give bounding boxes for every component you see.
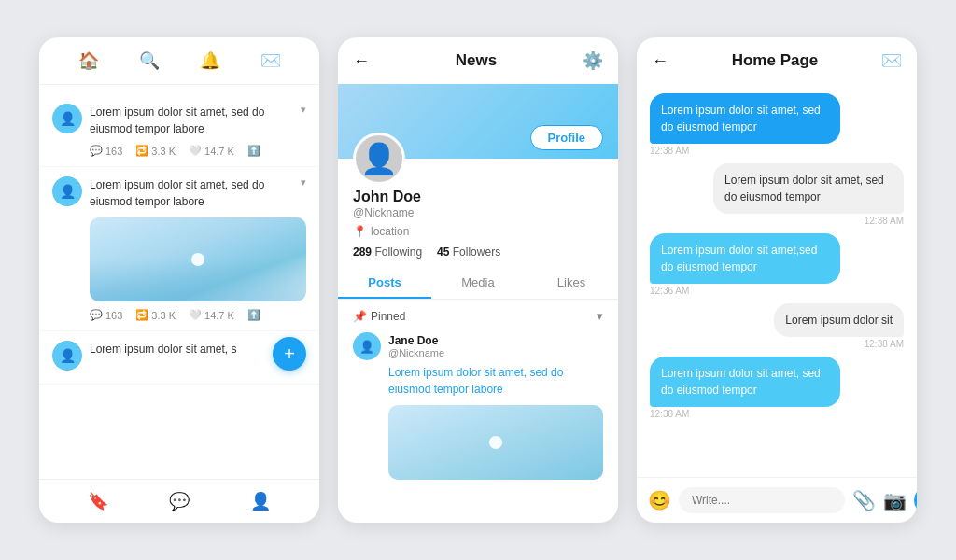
message-bubble-sent2: Lorem ipsum dolor sit amet, sed do eiusm… <box>650 357 840 407</box>
share-action[interactable]: ⬆️ <box>247 309 260 321</box>
post-actions: 💬 163 🔁 3.3 K 🤍 14.7 K ⬆️ <box>90 145 306 157</box>
tab-media[interactable]: Media <box>431 268 525 299</box>
image-dot <box>489 436 502 449</box>
message-group: Lorem ipsum dolor sit amet, sed do eiusm… <box>650 163 904 226</box>
chat-icon[interactable]: 💬 <box>169 491 190 511</box>
bottom-nav: 🔖 💬 👤 <box>39 479 319 523</box>
settings-icon[interactable]: ⚙️ <box>583 50 603 71</box>
post-author-name: Jane Doe <box>388 334 444 347</box>
feed-post-last: 👤 Lorem ipsum dolor sit amet, s + <box>39 331 319 385</box>
profile-nickname: @Nickname <box>353 206 603 219</box>
feed-list: 👤 Lorem ipsum dolor sit amet, sed do eiu… <box>39 85 319 479</box>
avatar: 👤 <box>52 176 82 206</box>
messages-screen: ← Home Page ✉️ Lorem ipsum dolor sit ame… <box>637 37 917 523</box>
message-timestamp: 12:38 AM <box>650 409 904 419</box>
post-meta: Jane Doe @Nickname <box>388 334 444 358</box>
profile-tabs: Posts Media Likes <box>338 268 618 300</box>
mail-icon[interactable]: ✉️ <box>260 50 281 71</box>
message-bubble-received: Lorem ipsum dolor sit amet, sed do eiusm… <box>713 163 904 214</box>
search-icon[interactable]: 🔍 <box>139 50 160 71</box>
pinned-post-image <box>388 405 603 480</box>
pinned-label: 📌 Pinned <box>353 310 405 323</box>
feed-post-image: 👤 Lorem ipsum dolor sit amet, sed do eiu… <box>39 167 319 331</box>
profile-section: 👤 Profile John Doe @Nickname 📍 location … <box>338 159 618 259</box>
avatar: 👤 <box>52 104 82 133</box>
retweet-action[interactable]: 🔁 3.3 K <box>135 309 176 321</box>
profile-screen: ← News ⚙️ 👤 Profile John Doe @Nickname 📍… <box>338 37 618 523</box>
message-group: Lorem ipsum dolor sit 12:38 AM <box>650 303 904 349</box>
message-group: Lorem ipsum dolor sit amet, sed do eiusm… <box>650 93 904 156</box>
post-avatar: 👤 <box>353 332 381 360</box>
message-timestamp: 12:38 AM <box>650 146 904 156</box>
home-icon[interactable]: 🏠 <box>78 50 99 71</box>
news-header: ← News ⚙️ <box>338 37 618 84</box>
message-timestamp: 12:38 AM <box>650 216 904 226</box>
image-dot <box>191 253 204 266</box>
fab-button[interactable]: + <box>273 337 306 371</box>
top-nav: 🏠 🔍 🔔 ✉️ <box>39 37 319 85</box>
bell-icon[interactable]: 🔔 <box>200 50 220 71</box>
homepage-title: Home Page <box>732 51 819 70</box>
mic-button[interactable]: 🎤 <box>914 485 917 515</box>
messages-list: Lorem ipsum dolor sit amet, sed do eiusm… <box>637 84 917 477</box>
feed-screen: 🏠 🔍 🔔 ✉️ 👤 Lorem ipsum dolor sit amet, s… <box>39 37 319 523</box>
avatar-icon: 👤 <box>360 141 398 176</box>
back-button[interactable]: ← <box>353 51 370 71</box>
mail-icon[interactable]: ✉️ <box>881 50 902 71</box>
pinned-row: 📌 Pinned ▾ <box>338 300 618 329</box>
followers-stat[interactable]: 45 Followers <box>437 245 500 259</box>
post-text: Lorem ipsum dolor sit amet, sed do eiusm… <box>90 104 293 137</box>
feed-post: 👤 Lorem ipsum dolor sit amet, sed do eiu… <box>39 94 319 167</box>
attach-icon[interactable]: 📎 <box>852 489 876 511</box>
back-button[interactable]: ← <box>652 51 668 71</box>
message-bubble-sent: Lorem ipsum dolor sit amet, sed do eiusm… <box>650 93 840 144</box>
profile-button[interactable]: Profile <box>530 125 603 150</box>
profile-location: 📍 location <box>353 225 603 238</box>
chevron-down-icon: ▾ <box>301 176 306 189</box>
profile-name: John Doe <box>353 189 603 205</box>
messages-header: ← Home Page ✉️ <box>637 37 917 84</box>
message-group: Lorem ipsum dolor sit amet, sed do eiusm… <box>650 357 904 419</box>
avatar: 👤 <box>52 341 82 371</box>
following-stat[interactable]: 289 Following <box>353 245 422 259</box>
camera-icon[interactable]: 📷 <box>883 489 907 511</box>
post-actions: 💬 163 🔁 3.3 K 🤍 14.7 K ⬆️ <box>90 309 306 321</box>
pinned-chevron-icon[interactable]: ▾ <box>597 309 603 323</box>
emoji-icon[interactable]: 😊 <box>648 489 671 511</box>
comment-action[interactable]: 💬 163 <box>90 309 122 321</box>
like-action[interactable]: 🤍 14.7 K <box>189 145 234 157</box>
location-pin-icon: 📍 <box>353 225 367 238</box>
message-timestamp: 12:38 AM <box>650 339 904 349</box>
pinned-post-text: Lorem ipsum dolor sit amet, sed do eiusm… <box>388 364 603 398</box>
tab-posts[interactable]: Posts <box>338 268 431 299</box>
message-bubble-received: Lorem ipsum dolor sit <box>774 303 904 337</box>
message-group: Lorem ipsum dolor sit amet,sed do eiusmo… <box>650 233 904 296</box>
comment-action[interactable]: 💬 163 <box>90 145 122 157</box>
profile-icon[interactable]: 👤 <box>250 491 271 511</box>
message-input-bar: 😊 📎 📷 🎤 <box>637 477 917 523</box>
share-action[interactable]: ⬆️ <box>247 145 260 157</box>
pinned-post: 👤 Jane Doe @Nickname Lorem ipsum dolor s… <box>338 329 618 483</box>
retweet-action[interactable]: 🔁 3.3 K <box>135 145 176 157</box>
chevron-down-icon: ▾ <box>301 104 306 116</box>
message-timestamp: 12:36 AM <box>650 286 904 296</box>
post-author-nick: @Nickname <box>388 347 444 358</box>
profile-stats: 289 Following 45 Followers <box>353 245 603 259</box>
news-title: News <box>456 51 497 70</box>
post-text: Lorem ipsum dolor sit amet, sed do eiusm… <box>90 176 293 210</box>
tab-likes[interactable]: Likes <box>525 268 618 299</box>
message-input[interactable] <box>679 487 845 513</box>
post-image <box>90 217 306 301</box>
like-action[interactable]: 🤍 14.7 K <box>189 309 234 321</box>
profile-avatar: 👤 <box>353 133 405 185</box>
message-bubble-sent2: Lorem ipsum dolor sit amet,sed do eiusmo… <box>650 233 840 284</box>
bookmark-icon[interactable]: 🔖 <box>88 491 108 511</box>
